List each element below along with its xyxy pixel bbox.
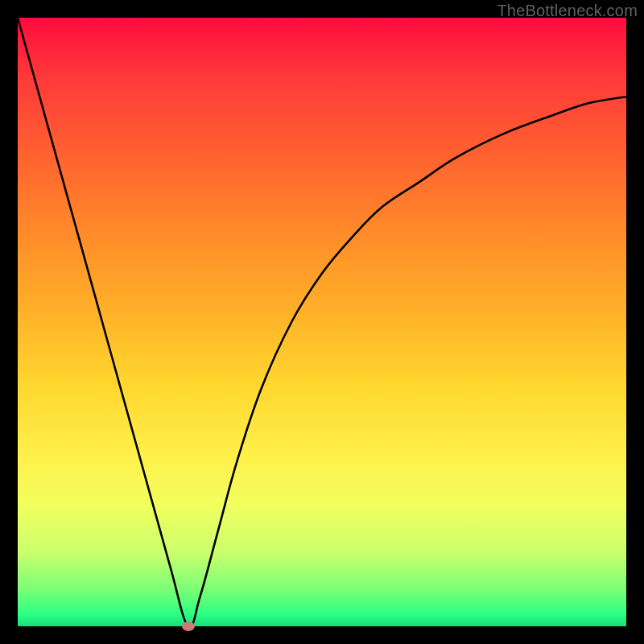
watermark-text: TheBottleneck.com [497,2,638,20]
min-point-marker [182,621,195,631]
curve-svg [18,18,626,626]
chart-frame: TheBottleneck.com [0,0,644,644]
bottleneck-curve [18,18,626,626]
plot-area [18,18,626,626]
